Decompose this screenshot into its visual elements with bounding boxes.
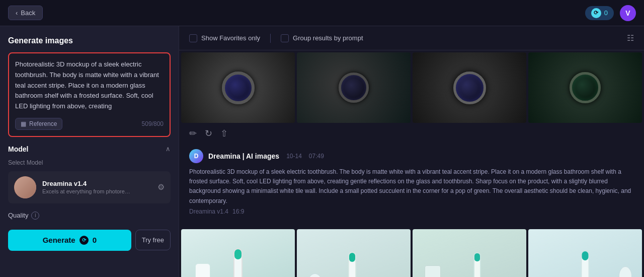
avatar[interactable]: V [620, 5, 636, 21]
try-free-button[interactable]: Try free [135, 230, 171, 250]
toothbrush-image-2[interactable] [297, 229, 411, 277]
result-time: 07:49 [309, 153, 324, 160]
model-tag: Dreamina v1.4 [189, 208, 228, 215]
folder-icon[interactable]: ☷ [627, 33, 634, 43]
camera-image-2[interactable] [297, 52, 411, 123]
edit-icon[interactable]: ✏ [189, 128, 197, 139]
toothbrush-image-3[interactable] [413, 229, 526, 277]
camera-image-1[interactable] [181, 52, 295, 123]
result-date: 10-14 [286, 153, 302, 160]
reference-label: Reference [29, 120, 57, 127]
result-description: Photorealistic 3D mockup of a sleek elec… [189, 167, 634, 206]
show-favorites-label[interactable]: Show Favorites only [189, 34, 260, 42]
model-desc: Excels at everything from photoreali... [42, 188, 133, 194]
model-thumbnail [14, 176, 36, 198]
topbar: ‹ Back ⟳ 0 V [0, 0, 644, 26]
prompt-box[interactable]: Photorealistic 3D mockup of a sleek elec… [8, 52, 171, 137]
quality-label: Quality [8, 212, 28, 219]
result-tags: Dreamina v1.4 16:9 [189, 208, 634, 215]
result-title: Dreamina | AI images [208, 152, 279, 160]
generate-button[interactable]: Generate ⟳ 0 [8, 230, 131, 251]
generate-label: Generate [43, 236, 75, 244]
camera-images-row [179, 52, 644, 123]
generate-credit-count: 0 [93, 236, 97, 244]
generate-credit-icon: ⟳ [79, 236, 89, 245]
toothbrush-image-4[interactable] [528, 229, 642, 277]
toothbrush-images-row [179, 229, 644, 277]
reference-icon: ▦ [21, 120, 26, 127]
prompt-footer: ▦ Reference 509/800 [15, 118, 164, 130]
left-panel: Generate images Photorealistic 3D mockup… [0, 26, 179, 277]
model-settings-icon[interactable]: ⚙ [157, 182, 165, 192]
right-panel: Show Favorites only Group results by pro… [179, 26, 644, 277]
reference-button[interactable]: ▦ Reference [15, 118, 62, 130]
char-count: 509/800 [142, 120, 164, 127]
show-favorites-text: Show Favorites only [201, 34, 260, 42]
prompt-text: Photorealistic 3D mockup of a sleek elec… [15, 59, 164, 112]
avatar-initial: V [625, 9, 630, 17]
try-free-label: Try free [142, 236, 164, 244]
credit-icon: ⟳ [591, 8, 601, 18]
model-section-title: Model [8, 145, 28, 153]
results-header: Show Favorites only Group results by pro… [179, 26, 644, 50]
group-by-prompt-text: Group results by prompt [293, 34, 363, 42]
model-card[interactable]: Dreamina v1.4 Excels at everything from … [8, 171, 171, 203]
show-favorites-checkbox[interactable] [189, 34, 197, 42]
credit-count: 0 [604, 9, 608, 17]
back-button[interactable]: ‹ Back [8, 6, 43, 20]
camera-image-3[interactable] [413, 52, 526, 123]
panel-title: Generate images [8, 36, 171, 45]
group-by-prompt-checkbox[interactable] [281, 34, 289, 42]
camera-image-4[interactable] [528, 52, 642, 123]
ratio-tag: 16:9 [232, 208, 244, 215]
ai-icon: D [189, 149, 203, 163]
quality-info-icon: i [31, 212, 39, 220]
select-model-label: Select Model [8, 159, 171, 166]
prompt-result-header: D Dreamina | AI images 10-14 07:49 [189, 149, 634, 163]
toothbrush-image-1[interactable] [181, 229, 295, 277]
model-info: Dreamina v1.4 Excels at everything from … [42, 180, 151, 194]
credit-badge: ⟳ 0 [585, 6, 614, 20]
back-label: Back [21, 9, 35, 17]
regenerate-icon[interactable]: ↻ [205, 128, 212, 139]
topbar-right: ⟳ 0 V [585, 5, 636, 21]
main-content: Generate images Photorealistic 3D mockup… [0, 26, 644, 277]
model-name: Dreamina v1.4 [42, 180, 151, 187]
prompt-result: D Dreamina | AI images 10-14 07:49 Photo… [179, 144, 644, 229]
share-icon[interactable]: ⇧ [220, 128, 228, 139]
model-section-header: Model ∧ [8, 145, 171, 153]
header-divider [270, 34, 271, 43]
action-bar: ✏ ↻ ⇧ [179, 123, 644, 144]
back-chevron-icon: ‹ [16, 9, 18, 17]
quality-row: Quality i [8, 212, 171, 220]
collapse-icon[interactable]: ∧ [166, 145, 171, 153]
generate-bar: Generate ⟳ 0 Try free [8, 230, 171, 251]
group-by-prompt-label[interactable]: Group results by prompt [281, 34, 363, 42]
